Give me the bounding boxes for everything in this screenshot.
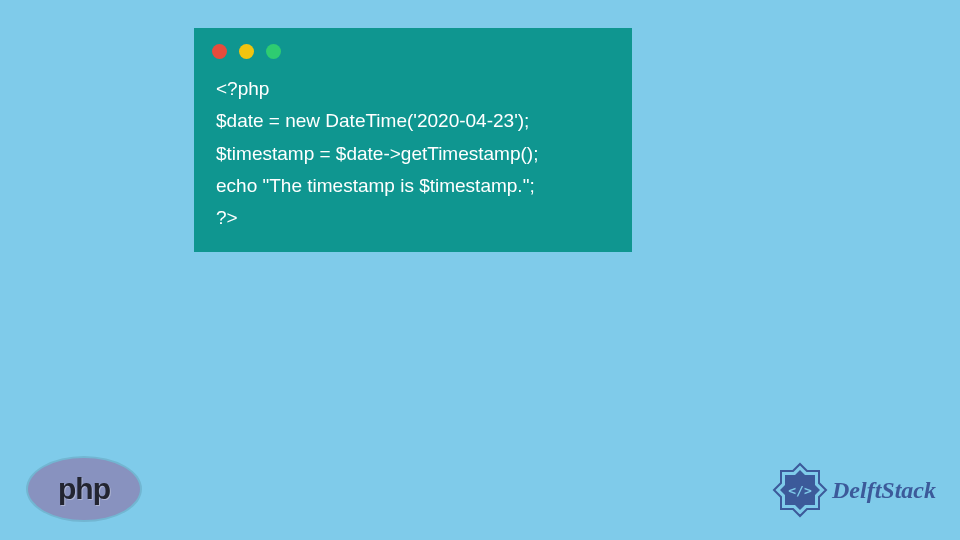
window-minimize-icon xyxy=(239,44,254,59)
code-line: echo "The timestamp is $timestamp."; xyxy=(216,170,610,202)
window-maximize-icon xyxy=(266,44,281,59)
delftstack-logo: </> DelftStack xyxy=(772,462,936,518)
window-close-icon xyxy=(212,44,227,59)
php-logo-ellipse: php xyxy=(28,458,140,520)
delftstack-text: DelftStack xyxy=(832,477,936,504)
code-line: $date = new DateTime('2020-04-23'); xyxy=(216,105,610,137)
code-window: <?php$date = new DateTime('2020-04-23');… xyxy=(194,28,632,252)
code-line: $timestamp = $date->getTimestamp(); xyxy=(216,138,610,170)
php-logo: php xyxy=(28,458,140,520)
code-line: <?php xyxy=(216,73,610,105)
code-content: <?php$date = new DateTime('2020-04-23');… xyxy=(194,69,632,234)
delftstack-icon: </> xyxy=(772,462,828,518)
php-logo-text: php xyxy=(58,472,110,506)
window-controls xyxy=(194,28,632,69)
svg-text:</>: </> xyxy=(788,483,812,498)
code-line: ?> xyxy=(216,202,610,234)
